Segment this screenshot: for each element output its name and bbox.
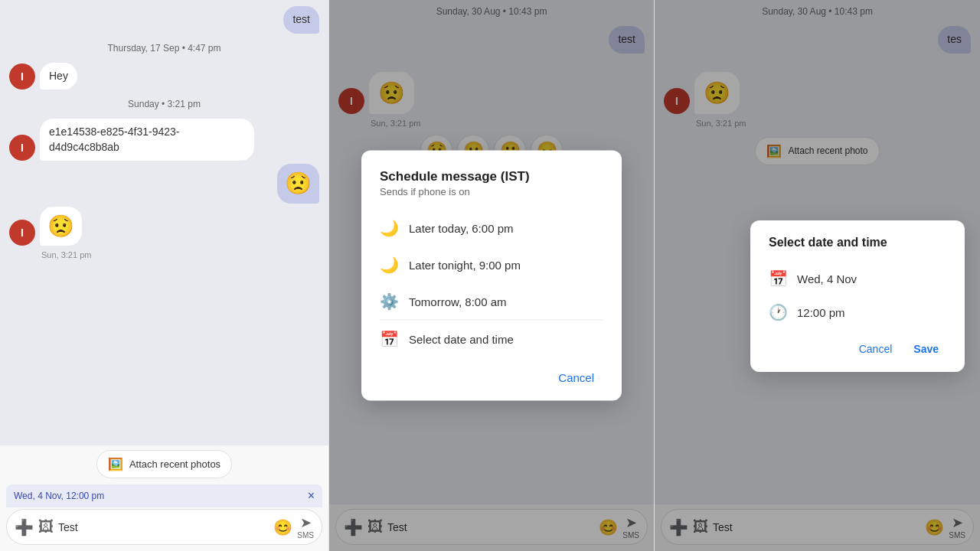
option-label-1: Later today, 6:00 pm	[409, 221, 513, 234]
message-time: Sun, 3:21 pm	[41, 250, 319, 259]
date-separator: Sunday • 3:21 pm	[9, 93, 319, 116]
received-bubble: e1e14538-e825-4f31-9423-d4d9c4c8b8ab	[40, 119, 254, 161]
selected-time: 12:00 pm	[797, 306, 845, 319]
time-picker-row[interactable]: 🕐 12:00 pm	[769, 295, 946, 329]
clock-icon: 🕐	[769, 303, 788, 321]
table-row: I Hey	[9, 63, 319, 90]
datetime-actions: Cancel Save	[769, 329, 946, 360]
message-list-1: test Thursday, 17 Sep • 4:47 pm I Hey Su…	[0, 0, 328, 444]
datetime-modal: Select date and time 📅 Wed, 4 Nov 🕐 12:0…	[750, 220, 965, 372]
scheduled-text: Wed, 4 Nov, 12:00 pm	[14, 491, 104, 501]
option-label-2: Later tonight, 9:00 pm	[409, 258, 521, 271]
date-picker-row[interactable]: 📅 Wed, 4 Nov	[769, 262, 946, 295]
sticker-icon[interactable]: 🖼	[38, 518, 54, 536]
avatar: I	[9, 135, 35, 161]
datetime-title: Select date and time	[769, 236, 946, 249]
emoji-bubble-received: 😟	[40, 207, 82, 246]
chat-panel-1: test Thursday, 17 Sep • 4:47 pm I Hey Su…	[0, 0, 329, 551]
add-icon[interactable]: ➕	[15, 518, 34, 536]
schedule-option-4[interactable]: 📅 Select date and time	[380, 321, 603, 357]
schedule-option-2[interactable]: 🌙 Later tonight, 9:00 pm	[380, 246, 603, 283]
schedule-modal: Schedule message (IST) Sends if phone is…	[361, 151, 622, 401]
avatar: I	[9, 64, 35, 90]
close-scheduled-icon[interactable]: ×	[308, 489, 315, 503]
avatar: I	[9, 220, 35, 246]
modal-title: Schedule message (IST)	[380, 169, 603, 184]
send-arrow-icon: ➤	[300, 514, 312, 531]
table-row: I 😟	[9, 207, 319, 246]
sms-label: SMS	[297, 531, 314, 540]
emoji-icon[interactable]: 😊	[273, 518, 292, 536]
cancel-button[interactable]: Cancel	[549, 367, 603, 389]
schedule-option-3[interactable]: ⚙️ Tomorrow, 8:00 am	[380, 283, 603, 321]
modal-subtitle: Sends if phone is on	[380, 186, 603, 197]
input-row: ➕ 🖼 Test 😊 ➤ SMS	[6, 509, 322, 545]
dt-cancel-button[interactable]: Cancel	[851, 338, 900, 360]
emoji-bubble-sent: 😟	[277, 164, 319, 203]
sent-bubble: test	[283, 6, 319, 34]
photo-icon: 🖼️	[108, 457, 123, 471]
table-row: test	[9, 6, 319, 34]
scheduled-bar: Wed, 4 Nov, 12:00 pm ×	[6, 484, 322, 507]
modal-actions: Cancel	[380, 357, 603, 389]
attach-label: Attach recent photos	[129, 458, 220, 470]
moon-icon-2: 🌙	[380, 256, 398, 274]
selected-date: Wed, 4 Nov	[797, 272, 857, 285]
gear-icon: ⚙️	[380, 292, 398, 311]
message-input[interactable]: Test	[58, 521, 269, 533]
send-button[interactable]: ➤ SMS	[297, 514, 314, 540]
option-label-3: Tomorrow, 8:00 am	[409, 295, 507, 308]
input-area: 🖼️ Attach recent photos Wed, 4 Nov, 12:0…	[0, 445, 328, 551]
table-row: 😟	[9, 164, 319, 203]
option-label-4: Select date and time	[409, 332, 514, 345]
calendar-icon-dt: 📅	[769, 269, 788, 288]
schedule-option-1[interactable]: 🌙 Later today, 6:00 pm	[380, 210, 603, 246]
table-row: I e1e14538-e825-4f31-9423-d4d9c4c8b8ab	[9, 119, 319, 161]
dt-save-button[interactable]: Save	[906, 338, 946, 360]
attach-suggestion-button[interactable]: 🖼️ Attach recent photos	[96, 450, 232, 478]
calendar-icon: 📅	[380, 330, 398, 348]
received-bubble: Hey	[40, 63, 77, 90]
date-separator: Thursday, 17 Sep • 4:47 pm	[9, 37, 319, 60]
moon-icon-1: 🌙	[380, 219, 398, 237]
chat-panel-3: Sunday, 30 Aug • 10:43 pm tes I 😟 Sun, 3…	[655, 0, 980, 551]
chat-panel-2: Sunday, 30 Aug • 10:43 pm test I 😟 Sun, …	[329, 0, 655, 551]
